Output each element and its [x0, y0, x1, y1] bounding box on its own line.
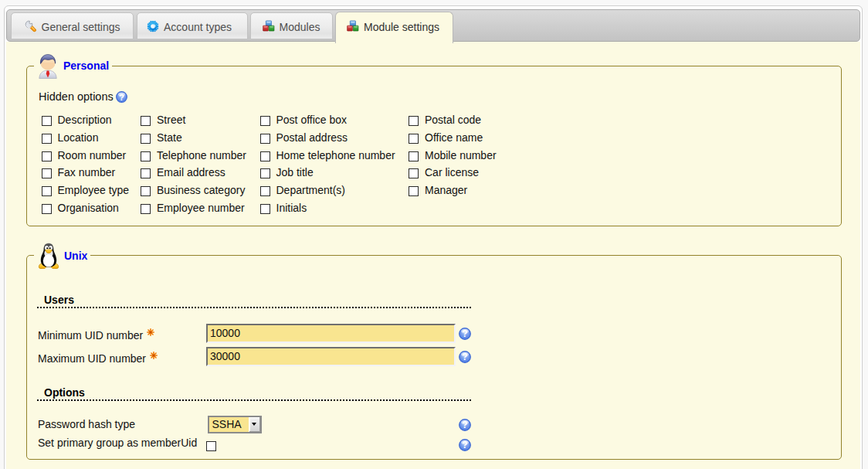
svg-text:?: ? [462, 352, 467, 362]
svg-text:?: ? [462, 420, 467, 430]
svg-text:?: ? [462, 328, 467, 339]
svg-text:?: ? [119, 93, 124, 102]
svg-text:?: ? [462, 440, 467, 450]
